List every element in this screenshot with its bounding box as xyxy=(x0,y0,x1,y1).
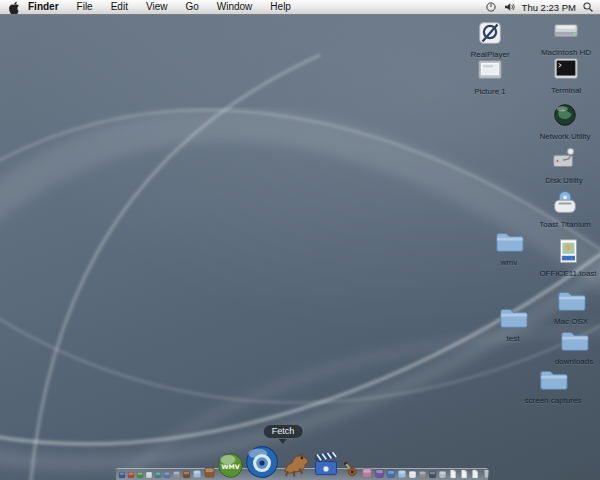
desktop-icon-label: OFFICE11.toast xyxy=(532,269,600,278)
menu-bar-clock[interactable]: Thu 2:23 PM xyxy=(522,2,576,13)
menu-item-go[interactable]: Go xyxy=(176,0,207,14)
folder-icon xyxy=(538,325,600,355)
desktop-icon-label: Network Utility xyxy=(529,132,600,141)
menu-item-file[interactable]: File xyxy=(68,0,102,14)
terminal-icon xyxy=(530,54,600,84)
dock-app-7[interactable] xyxy=(172,470,181,479)
dock-tooltip-label: Fetch xyxy=(263,424,304,439)
desktop-icon-network-utility[interactable]: Network Utility xyxy=(529,100,600,141)
dock-tooltip-pointer xyxy=(279,439,287,444)
desktop-icon-disk-utility[interactable]: Disk Utility xyxy=(528,144,600,185)
desktop-icon-macintosh-hd[interactable]: Macintosh HD xyxy=(530,16,600,57)
desktop-icon-label: Picture 1 xyxy=(454,87,526,96)
dock-app-16[interactable] xyxy=(418,470,427,479)
dock-app-9[interactable] xyxy=(192,469,202,479)
dock-app-11[interactable] xyxy=(361,467,373,479)
globe-icon xyxy=(529,100,600,130)
menu-items: FinderFileEditViewGoWindowHelp xyxy=(22,0,300,14)
dock-app-5[interactable] xyxy=(154,471,162,479)
menu-item-edit[interactable]: Edit xyxy=(102,0,137,14)
menu-item-view[interactable]: View xyxy=(137,0,177,14)
dock-wmv-player[interactable]: WMV xyxy=(217,452,244,479)
dock-doc-3[interactable] xyxy=(470,469,480,479)
desktop-icon-label: screen captures xyxy=(517,396,589,405)
toaster-icon xyxy=(529,188,600,218)
dock-imovie[interactable] xyxy=(312,451,340,479)
search-icon[interactable] xyxy=(582,1,594,13)
apple-menu-icon[interactable] xyxy=(4,1,22,14)
desktop-icon-toast-titanium[interactable]: Toast Titanium xyxy=(529,188,600,229)
dock-app-3[interactable] xyxy=(136,471,144,479)
toastdoc-icon xyxy=(532,237,600,267)
dock: WMV xyxy=(118,445,492,479)
dock-doc-1[interactable] xyxy=(448,469,458,479)
dock-doc-2[interactable] xyxy=(459,469,469,479)
dock-app-17[interactable] xyxy=(428,470,437,479)
dock-app-10[interactable] xyxy=(203,466,216,479)
desktop-icon-screen-captures[interactable]: screen captures xyxy=(517,364,589,405)
desktop-icon-downloads[interactable]: downloads xyxy=(538,325,600,366)
dock-garageband[interactable] xyxy=(341,460,360,479)
dock-app-13[interactable] xyxy=(386,469,396,479)
menu-bar: FinderFileEditViewGoWindowHelp Thu 2:23 … xyxy=(0,0,600,15)
svg-text:WMV: WMV xyxy=(221,463,239,470)
picture-icon xyxy=(454,55,526,85)
dock-app-12[interactable] xyxy=(374,468,385,479)
volume-icon[interactable] xyxy=(503,1,516,13)
folder-icon xyxy=(517,364,589,394)
menu-item-window[interactable]: Window xyxy=(208,0,262,14)
dock-tooltip: Fetch xyxy=(263,424,304,444)
dock-app-8[interactable] xyxy=(182,470,191,479)
dock-fetch[interactable] xyxy=(280,448,311,479)
desktop-icon-terminal[interactable]: Terminal xyxy=(530,54,600,95)
dock-app-18[interactable] xyxy=(438,470,447,479)
dock-app-4[interactable] xyxy=(145,471,153,479)
dock-trash[interactable] xyxy=(481,468,492,479)
display-icon[interactable] xyxy=(485,1,497,13)
dock-video-player[interactable] xyxy=(245,445,279,479)
menu-item-help[interactable]: Help xyxy=(261,0,300,14)
dock-app-1[interactable] xyxy=(118,471,126,479)
realplayer-icon xyxy=(454,18,526,48)
dock-app-6[interactable] xyxy=(163,471,171,479)
diskutility-icon xyxy=(528,144,600,174)
menu-bar-status-area: Thu 2:23 PM xyxy=(485,1,600,13)
desktop-icon-office11-toast[interactable]: OFFICE11.toast xyxy=(532,237,600,278)
desktop-icon-label: Disk Utility xyxy=(528,176,600,185)
desktop-icon-realplayer[interactable]: RealPlayer xyxy=(454,18,526,59)
dock-app-15[interactable] xyxy=(408,470,417,479)
harddisk-icon xyxy=(530,16,600,46)
dock-app-2[interactable] xyxy=(127,471,135,479)
menu-item-finder[interactable]: Finder xyxy=(22,0,68,14)
desktop-icon-picture-1[interactable]: Picture 1 xyxy=(454,55,526,96)
desktop-icon-label: Terminal xyxy=(530,86,600,95)
dock-app-14[interactable] xyxy=(397,469,407,479)
